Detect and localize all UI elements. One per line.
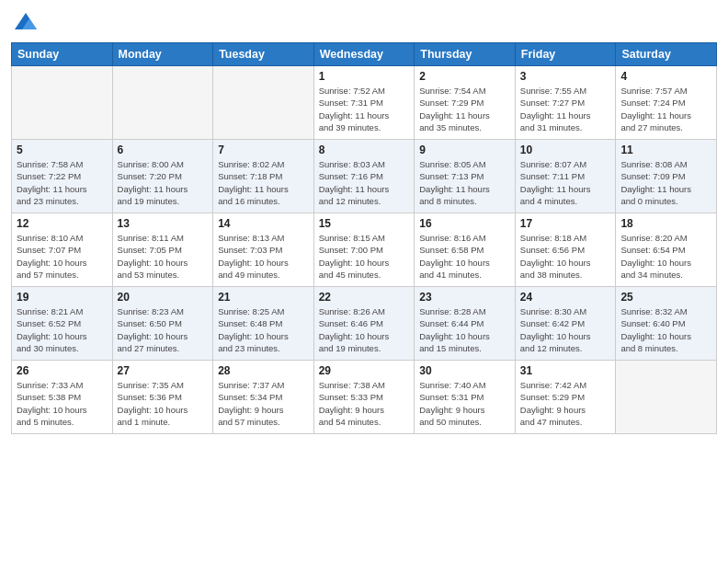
weekday-header-tuesday: Tuesday [213,43,314,66]
day-number: 24 [520,291,611,304]
calendar-day-3: 3Sunrise: 7:55 AM Sunset: 7:27 PM Daylig… [515,66,616,140]
day-number: 3 [520,70,611,83]
calendar-day-24: 24Sunrise: 8:30 AM Sunset: 6:42 PM Dayli… [515,287,616,361]
day-number: 22 [319,291,410,304]
calendar-day-11: 11Sunrise: 8:08 AM Sunset: 7:09 PM Dayli… [616,140,717,213]
day-info: Sunrise: 7:57 AM Sunset: 7:24 PM Dayligh… [620,85,711,133]
day-info: Sunrise: 7:58 AM Sunset: 7:22 PM Dayligh… [17,158,108,207]
calendar-day-31: 31Sunrise: 7:42 AM Sunset: 5:29 PM Dayli… [515,361,616,434]
calendar-day-7: 7Sunrise: 8:02 AM Sunset: 7:18 PM Daylig… [213,140,314,213]
calendar-day-4: 4Sunrise: 7:57 AM Sunset: 7:24 PM Daylig… [616,66,717,140]
calendar-day-16: 16Sunrise: 8:16 AM Sunset: 6:58 PM Dayli… [415,213,516,287]
day-number: 7 [218,144,309,156]
day-number: 17 [520,217,611,230]
day-number: 25 [620,291,711,304]
day-number: 4 [620,70,711,83]
day-info: Sunrise: 7:42 AM Sunset: 5:29 PM Dayligh… [520,379,611,428]
calendar-day-25: 25Sunrise: 8:32 AM Sunset: 6:40 PM Dayli… [616,287,717,361]
day-number: 21 [218,291,309,304]
day-info: Sunrise: 7:37 AM Sunset: 5:34 PM Dayligh… [218,379,309,428]
calendar-day-29: 29Sunrise: 7:38 AM Sunset: 5:33 PM Dayli… [313,361,415,434]
calendar-day-10: 10Sunrise: 8:07 AM Sunset: 7:11 PM Dayli… [515,140,616,213]
day-info: Sunrise: 8:07 AM Sunset: 7:11 PM Dayligh… [520,158,611,207]
calendar-day-5: 5Sunrise: 7:58 AM Sunset: 7:22 PM Daylig… [12,140,113,213]
day-number: 26 [17,364,108,377]
day-number: 5 [17,144,108,156]
weekday-header-monday: Monday [112,43,213,66]
day-info: Sunrise: 8:03 AM Sunset: 7:16 PM Dayligh… [319,158,410,207]
calendar-day-21: 21Sunrise: 8:25 AM Sunset: 6:48 PM Dayli… [213,287,314,361]
day-number: 2 [419,70,510,83]
day-info: Sunrise: 8:30 AM Sunset: 6:42 PM Dayligh… [520,305,611,354]
calendar-week-row: 5Sunrise: 7:58 AM Sunset: 7:22 PM Daylig… [12,140,717,213]
day-number: 14 [218,217,309,230]
calendar-day-14: 14Sunrise: 8:13 AM Sunset: 7:03 PM Dayli… [213,213,314,287]
day-info: Sunrise: 8:25 AM Sunset: 6:48 PM Dayligh… [218,305,309,354]
day-info: Sunrise: 8:13 AM Sunset: 7:03 PM Dayligh… [218,232,309,281]
calendar-day-17: 17Sunrise: 8:18 AM Sunset: 6:56 PM Dayli… [515,213,616,287]
calendar-day-23: 23Sunrise: 8:28 AM Sunset: 6:44 PM Dayli… [415,287,516,361]
logo-icon [13,9,39,35]
day-number: 15 [319,217,410,230]
calendar-day-28: 28Sunrise: 7:37 AM Sunset: 5:34 PM Dayli… [213,361,314,434]
calendar-day-empty [12,66,113,140]
day-info: Sunrise: 7:54 AM Sunset: 7:29 PM Dayligh… [419,85,510,133]
calendar-day-30: 30Sunrise: 7:40 AM Sunset: 5:31 PM Dayli… [415,361,516,434]
day-number: 30 [419,364,510,377]
day-number: 23 [419,291,510,304]
day-info: Sunrise: 8:18 AM Sunset: 6:56 PM Dayligh… [520,232,611,281]
day-info: Sunrise: 7:55 AM Sunset: 7:27 PM Dayligh… [520,85,611,133]
weekday-header-sunday: Sunday [12,43,113,66]
day-info: Sunrise: 8:16 AM Sunset: 6:58 PM Dayligh… [419,232,510,281]
weekday-header-row: SundayMondayTuesdayWednesdayThursdayFrid… [12,43,717,66]
day-info: Sunrise: 8:11 AM Sunset: 7:05 PM Dayligh… [118,232,209,281]
weekday-header-thursday: Thursday [415,43,516,66]
page-container: SundayMondayTuesdayWednesdayThursdayFrid… [0,0,728,563]
day-number: 1 [319,70,410,83]
calendar-day-empty [112,66,213,140]
day-info: Sunrise: 8:26 AM Sunset: 6:46 PM Dayligh… [319,305,410,354]
weekday-header-wednesday: Wednesday [313,43,415,66]
day-info: Sunrise: 8:02 AM Sunset: 7:18 PM Dayligh… [218,158,309,207]
day-info: Sunrise: 7:38 AM Sunset: 5:33 PM Dayligh… [319,379,410,428]
weekday-header-saturday: Saturday [616,43,717,66]
day-info: Sunrise: 7:35 AM Sunset: 5:36 PM Dayligh… [118,379,209,428]
calendar-day-22: 22Sunrise: 8:26 AM Sunset: 6:46 PM Dayli… [313,287,415,361]
header [11,9,717,35]
calendar-day-12: 12Sunrise: 8:10 AM Sunset: 7:07 PM Dayli… [12,213,113,287]
calendar-day-20: 20Sunrise: 8:23 AM Sunset: 6:50 PM Dayli… [112,287,213,361]
day-number: 9 [419,144,510,156]
day-info: Sunrise: 8:10 AM Sunset: 7:07 PM Dayligh… [17,232,108,281]
day-number: 20 [118,291,209,304]
calendar-day-15: 15Sunrise: 8:15 AM Sunset: 7:00 PM Dayli… [313,213,415,287]
calendar-day-19: 19Sunrise: 8:21 AM Sunset: 6:52 PM Dayli… [12,287,113,361]
day-info: Sunrise: 8:20 AM Sunset: 6:54 PM Dayligh… [620,232,711,281]
day-info: Sunrise: 8:23 AM Sunset: 6:50 PM Dayligh… [118,305,209,354]
day-info: Sunrise: 8:00 AM Sunset: 7:20 PM Dayligh… [118,158,209,207]
day-info: Sunrise: 8:28 AM Sunset: 6:44 PM Dayligh… [419,305,510,354]
day-info: Sunrise: 8:08 AM Sunset: 7:09 PM Dayligh… [620,158,711,207]
day-number: 31 [520,364,611,377]
calendar-day-26: 26Sunrise: 7:33 AM Sunset: 5:38 PM Dayli… [12,361,113,434]
day-info: Sunrise: 7:33 AM Sunset: 5:38 PM Dayligh… [17,379,108,428]
calendar-day-27: 27Sunrise: 7:35 AM Sunset: 5:36 PM Dayli… [112,361,213,434]
calendar-day-6: 6Sunrise: 8:00 AM Sunset: 7:20 PM Daylig… [112,140,213,213]
calendar-day-1: 1Sunrise: 7:52 AM Sunset: 7:31 PM Daylig… [313,66,415,140]
calendar-week-row: 26Sunrise: 7:33 AM Sunset: 5:38 PM Dayli… [12,361,717,434]
calendar-day-13: 13Sunrise: 8:11 AM Sunset: 7:05 PM Dayli… [112,213,213,287]
day-number: 8 [319,144,410,156]
day-number: 29 [319,364,410,377]
day-number: 28 [218,364,309,377]
day-info: Sunrise: 8:15 AM Sunset: 7:00 PM Dayligh… [319,232,410,281]
day-number: 6 [118,144,209,156]
calendar-day-18: 18Sunrise: 8:20 AM Sunset: 6:54 PM Dayli… [616,213,717,287]
calendar-week-row: 12Sunrise: 8:10 AM Sunset: 7:07 PM Dayli… [12,213,717,287]
day-info: Sunrise: 8:05 AM Sunset: 7:13 PM Dayligh… [419,158,510,207]
day-number: 10 [520,144,611,156]
day-info: Sunrise: 8:21 AM Sunset: 6:52 PM Dayligh… [17,305,108,354]
logo [11,9,39,35]
day-number: 12 [17,217,108,230]
day-number: 19 [17,291,108,304]
calendar-table: SundayMondayTuesdayWednesdayThursdayFrid… [11,42,717,434]
weekday-header-friday: Friday [515,43,616,66]
